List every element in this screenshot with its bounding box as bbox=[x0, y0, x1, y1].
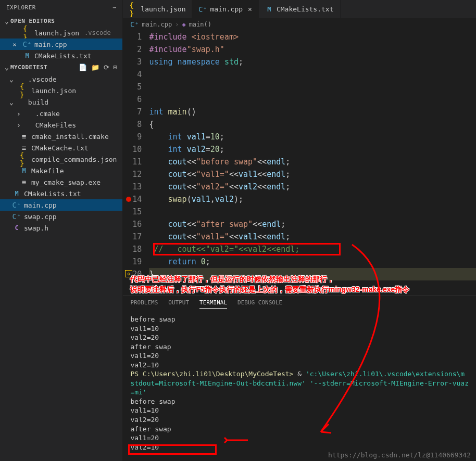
terminal-line: after swap bbox=[130, 342, 469, 352]
editor-tab[interactable]: { } launch.json bbox=[123, 0, 192, 18]
explorer-more-icon[interactable]: ⋯ bbox=[112, 4, 116, 11]
code-line[interactable]: { bbox=[149, 118, 476, 131]
tree-item[interactable]: M CMakeLists.txt bbox=[0, 188, 122, 199]
code-line[interactable]: // cout<<"val2="<<val2<<endl; bbox=[149, 243, 476, 255]
tree-item[interactable]: › CMakeFiles bbox=[0, 119, 122, 131]
code-line[interactable]: return 0; bbox=[149, 255, 476, 268]
line-number[interactable]: 16 bbox=[123, 218, 142, 230]
line-number[interactable]: 7 bbox=[123, 106, 142, 118]
line-number[interactable]: 5 bbox=[123, 81, 142, 93]
cpp-icon: C⁺ bbox=[130, 20, 139, 29]
file-icon: ≡ bbox=[20, 178, 28, 186]
code-line[interactable]: cout<<"val1="<<val1<<endl; bbox=[149, 168, 476, 181]
folder-icon bbox=[24, 121, 32, 129]
code-line[interactable]: cout<<"before swap"<<endl; bbox=[149, 156, 476, 168]
code-line[interactable] bbox=[149, 206, 476, 218]
editor-area: { } launch.json C⁺ main.cpp × M CMakeLis… bbox=[123, 0, 476, 461]
line-number[interactable]: 10 bbox=[123, 143, 142, 156]
code-line[interactable]: cout<<"val2="<<val2<<endl; bbox=[149, 181, 476, 193]
line-number[interactable]: 6 bbox=[123, 93, 142, 106]
code-content[interactable]: #include <iostream>#include"swap.h"using… bbox=[149, 31, 476, 296]
tree-item[interactable]: ≡ CMakeCache.txt bbox=[0, 142, 122, 153]
line-number[interactable]: 12 bbox=[123, 168, 142, 181]
file-name: launch.json bbox=[31, 87, 76, 95]
editor-tab[interactable]: C⁺ main.cpp × bbox=[192, 0, 258, 18]
line-number[interactable]: 3 bbox=[123, 56, 142, 68]
new-file-icon[interactable]: 📄 bbox=[79, 63, 87, 71]
tree-item[interactable]: ⌄ build bbox=[0, 96, 122, 108]
tree-item[interactable]: › .cmake bbox=[0, 108, 122, 119]
line-number[interactable]: 2 bbox=[123, 43, 142, 56]
close-icon[interactable]: × bbox=[12, 41, 20, 48]
breadcrumb[interactable]: C⁺ main.cpp › ◈ main() bbox=[123, 18, 476, 31]
panel-tab[interactable]: TERMINAL bbox=[199, 299, 227, 309]
line-number[interactable]: 18 bbox=[123, 243, 142, 255]
code-line[interactable]: swap(val1,val2); bbox=[149, 193, 476, 206]
file-name: swap.h bbox=[24, 224, 48, 232]
file-name: .vscode bbox=[28, 75, 57, 83]
project-section[interactable]: ⌄ MYCODETEST 📄 📁 ⟳ ⊟ bbox=[0, 61, 122, 73]
close-icon[interactable]: × bbox=[248, 5, 252, 13]
terminal-line: val1=20 bbox=[130, 351, 469, 361]
code-line[interactable] bbox=[149, 68, 476, 81]
code-line[interactable] bbox=[149, 93, 476, 106]
file-name: launch.json bbox=[34, 29, 79, 37]
code-line[interactable]: using namespace std; bbox=[149, 56, 476, 68]
code-line[interactable] bbox=[149, 81, 476, 93]
code-line[interactable]: int val2=20; bbox=[149, 143, 476, 156]
tree-item[interactable]: C⁺ swap.cpp bbox=[0, 211, 122, 222]
chevron-down-icon: ⌄ bbox=[3, 17, 10, 25]
panel-tab[interactable]: OUTPUT bbox=[168, 299, 189, 309]
line-number[interactable]: 15 bbox=[123, 206, 142, 218]
line-number[interactable]: 19 bbox=[123, 255, 142, 268]
code-line[interactable]: int val1=10; bbox=[149, 131, 476, 143]
terminal-output[interactable]: before swapval1=10val2=20after swapval1=… bbox=[123, 312, 476, 455]
m-icon: M bbox=[265, 5, 273, 14]
open-editors-section[interactable]: ⌄ OPEN EDITORS bbox=[0, 15, 122, 27]
line-number[interactable]: 8 bbox=[123, 118, 142, 131]
code-line[interactable]: int main() bbox=[149, 106, 476, 118]
cpp-icon: C⁺ bbox=[23, 40, 31, 48]
line-number[interactable]: 1 bbox=[123, 31, 142, 43]
m-icon: M bbox=[12, 189, 21, 198]
line-number[interactable]: 14 bbox=[123, 193, 142, 206]
panel-tab[interactable]: DEBUG CONSOLE bbox=[237, 299, 282, 309]
code-line[interactable]: #include"swap.h" bbox=[149, 43, 476, 56]
collapse-icon[interactable]: ⊟ bbox=[114, 63, 118, 71]
tree-item[interactable]: ≡ my_cmake_swap.exe bbox=[0, 176, 122, 188]
code-line[interactable]: cout<<"val1="<<val1<<endl; bbox=[149, 230, 476, 243]
tree-item[interactable]: C⁺ main.cpp bbox=[0, 199, 122, 211]
line-number[interactable]: ◇20 bbox=[123, 268, 142, 280]
open-editor-item[interactable]: M CMakeLists.txt bbox=[0, 50, 122, 61]
tree-item[interactable]: { } compile_commands.json bbox=[0, 153, 122, 165]
tree-item[interactable]: C swap.h bbox=[0, 222, 122, 234]
line-gutter[interactable]: 12345678910111213141516171819◇20 bbox=[123, 31, 149, 296]
line-number[interactable]: 13 bbox=[123, 181, 142, 193]
code-line[interactable]: } bbox=[149, 268, 476, 280]
chevron-down-icon: ⌄ bbox=[3, 63, 10, 71]
open-editor-item[interactable]: { } launch.json .vscode bbox=[0, 27, 122, 39]
c-icon: C bbox=[12, 224, 21, 232]
editor-tab[interactable]: M CMakeLists.txt bbox=[259, 0, 341, 18]
breadcrumb-file: main.cpp bbox=[142, 21, 172, 28]
line-number[interactable]: 17 bbox=[123, 230, 142, 243]
tree-item[interactable]: M Makefile bbox=[0, 165, 122, 176]
tree-item[interactable]: ⌄ .vscode bbox=[0, 73, 122, 85]
tree-item[interactable]: ≡ cmake_install.cmake bbox=[0, 131, 122, 142]
chevron-right-icon: › bbox=[175, 21, 179, 28]
line-number[interactable]: 9 bbox=[123, 131, 142, 143]
tree-item[interactable]: { } launch.json bbox=[0, 85, 122, 96]
json-icon: { } bbox=[23, 29, 31, 37]
explorer-title: EXPLORER bbox=[6, 4, 36, 11]
open-editor-item[interactable]: × C⁺ main.cpp bbox=[0, 39, 122, 50]
new-folder-icon[interactable]: 📁 bbox=[91, 63, 99, 71]
panel-tab[interactable]: PROBLEMS bbox=[130, 299, 158, 309]
code-line[interactable]: cout<<"after swap"<<endl; bbox=[149, 218, 476, 230]
terminal-line: PS C:\Users\zhi.li01\Desktop\MyCodeTest>… bbox=[130, 369, 469, 379]
code-line[interactable]: #include <iostream> bbox=[149, 31, 476, 43]
line-number[interactable]: 4 bbox=[123, 68, 142, 81]
breakpoint-icon[interactable] bbox=[126, 197, 131, 202]
line-number[interactable]: 11 bbox=[123, 156, 142, 168]
refresh-icon[interactable]: ⟳ bbox=[104, 63, 109, 71]
code-editor[interactable]: 12345678910111213141516171819◇20 #includ… bbox=[123, 31, 476, 296]
